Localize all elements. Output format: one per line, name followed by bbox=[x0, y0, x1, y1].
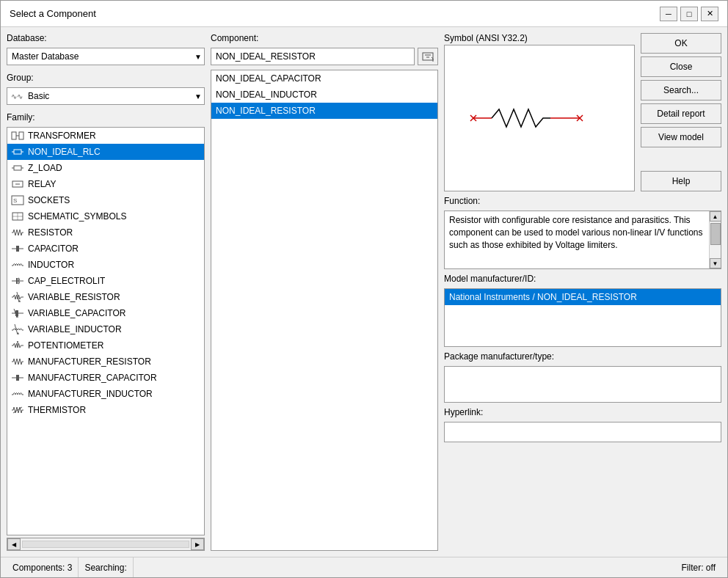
function-scrollbar: ▲ ▼ bbox=[709, 211, 721, 268]
family-item-mfr-capacitor[interactable]: MANUFACTURER_CAPACITOR bbox=[7, 370, 204, 386]
function-textbox: Resistor with configurable core resistan… bbox=[444, 211, 721, 269]
hscroll-left-btn[interactable]: ◀ bbox=[7, 538, 21, 550]
package-box bbox=[444, 366, 721, 403]
function-scroll-up[interactable]: ▲ bbox=[710, 211, 721, 222]
svg-rect-56 bbox=[423, 53, 433, 60]
resistor-schematic-symbol bbox=[466, 96, 613, 140]
main-content: Database: Master Database ▼ Group: Basic… bbox=[1, 27, 727, 557]
component-filter-button[interactable] bbox=[418, 48, 438, 65]
family-list[interactable]: TRANSFORMER NON_IDEAL_RLC Z_LOAD bbox=[7, 128, 204, 535]
status-bar: Components: 3 Searching: Filter: off bbox=[1, 557, 727, 577]
family-item-variable-capacitor[interactable]: VARIABLE_CAPACITOR bbox=[7, 305, 204, 321]
title-bar: Select a Component ─ □ ✕ bbox=[1, 1, 727, 27]
thermistor-icon bbox=[10, 404, 25, 416]
component-item-non-ideal-inductor[interactable]: NON_IDEAL_INDUCTOR bbox=[211, 87, 437, 103]
view-model-button[interactable]: View model bbox=[641, 127, 721, 147]
components-count: Components: 3 bbox=[7, 557, 79, 577]
schematic-icon bbox=[10, 211, 25, 222]
svg-marker-44 bbox=[17, 341, 18, 343]
family-capacitor-label: CAPACITOR bbox=[28, 244, 79, 254]
potentiometer-icon bbox=[10, 340, 25, 351]
right-panel: Symbol (ANSI Y32.2) bbox=[444, 33, 721, 551]
resistor-icon bbox=[10, 227, 25, 238]
hyperlink-section: Hyperlink: bbox=[444, 407, 721, 442]
relay-icon bbox=[10, 178, 25, 190]
svg-rect-7 bbox=[14, 166, 21, 170]
middle-panel: Component: NON_IDEAL_CAPACITOR bbox=[211, 33, 438, 551]
svg-rect-1 bbox=[19, 132, 23, 139]
family-label: Family: bbox=[7, 112, 205, 122]
symbol-section: Symbol (ANSI Y32.2) bbox=[444, 33, 721, 191]
maximize-button[interactable]: □ bbox=[680, 7, 698, 21]
function-scroll-down[interactable]: ▼ bbox=[710, 258, 721, 268]
family-hscrollbar[interactable]: ◀ ▶ bbox=[7, 538, 205, 551]
searching-status: Searching: bbox=[79, 557, 133, 577]
family-list-container: TRANSFORMER NON_IDEAL_RLC Z_LOAD bbox=[7, 127, 205, 535]
package-section: Package manufacturer/type: bbox=[444, 351, 721, 403]
main-window: Select a Component ─ □ ✕ Database: Maste… bbox=[0, 0, 728, 578]
model-section: Model manufacturer/ID: National Instrume… bbox=[444, 274, 721, 347]
family-relay-label: RELAY bbox=[28, 179, 56, 189]
model-selected-item[interactable]: National Instruments / NON_IDEAL_RESISTO… bbox=[445, 289, 721, 305]
minimize-button[interactable]: ─ bbox=[660, 7, 677, 21]
database-dropdown[interactable]: Master Database bbox=[7, 48, 205, 65]
group-dropdown[interactable]: Basic bbox=[7, 87, 205, 105]
family-item-transformer[interactable]: TRANSFORMER bbox=[7, 128, 204, 144]
search-button[interactable]: Search... bbox=[641, 80, 721, 100]
component-non-ideal-resistor-label: NON_IDEAL_RESISTOR bbox=[216, 106, 316, 116]
ok-button[interactable]: OK bbox=[641, 33, 721, 54]
component-search-input[interactable] bbox=[211, 48, 415, 65]
component-header bbox=[211, 48, 438, 65]
family-item-relay[interactable]: RELAY bbox=[7, 176, 204, 192]
left-panel: Database: Master Database ▼ Group: Basic… bbox=[7, 33, 205, 551]
family-variable-inductor-label: VARIABLE_INDUCTOR bbox=[28, 324, 122, 334]
family-z-load-label: Z_LOAD bbox=[28, 163, 62, 173]
family-inductor-label: INDUCTOR bbox=[28, 260, 74, 270]
group-label: Group: bbox=[7, 73, 205, 83]
symbol-canvas bbox=[444, 45, 635, 191]
model-label: Model manufacturer/ID: bbox=[444, 274, 721, 284]
detail-report-button[interactable]: Detail report bbox=[641, 103, 721, 124]
component-item-non-ideal-resistor[interactable]: NON_IDEAL_RESISTOR bbox=[211, 103, 437, 119]
component-list[interactable]: NON_IDEAL_CAPACITOR NON_IDEAL_INDUCTOR N… bbox=[211, 70, 438, 551]
family-item-resistor[interactable]: RESISTOR bbox=[7, 224, 204, 241]
family-item-cap-electrolit[interactable]: CAP_ELECTROLIT bbox=[7, 273, 204, 289]
family-transformer-label: TRANSFORMER bbox=[28, 131, 96, 141]
family-mfr-inductor-label: MANUFACTURER_INDUCTOR bbox=[28, 389, 153, 399]
family-item-inductor[interactable]: INDUCTOR bbox=[7, 257, 204, 273]
family-item-non-ideal-rlc[interactable]: NON_IDEAL_RLC bbox=[7, 144, 204, 160]
mfr-capacitor-icon bbox=[10, 372, 25, 384]
component-label: Component: bbox=[211, 33, 438, 43]
family-schematic-label: SCHEMATIC_SYMBOLS bbox=[28, 211, 126, 222]
variable-resistor-icon bbox=[10, 291, 25, 303]
component-item-non-ideal-capacitor[interactable]: NON_IDEAL_CAPACITOR bbox=[211, 70, 437, 87]
function-text: Resistor with configurable core resistan… bbox=[445, 211, 709, 268]
function-scroll-thumb[interactable] bbox=[710, 223, 721, 245]
family-item-capacitor[interactable]: CAPACITOR bbox=[7, 241, 204, 257]
svg-rect-0 bbox=[12, 132, 16, 139]
variable-inductor-icon bbox=[10, 323, 25, 335]
family-item-sockets[interactable]: S SOCKETS bbox=[7, 192, 204, 208]
family-item-z-load[interactable]: Z_LOAD bbox=[7, 160, 204, 176]
help-button[interactable]: Help bbox=[641, 171, 721, 191]
family-resistor-label: RESISTOR bbox=[28, 227, 73, 238]
family-item-thermistor[interactable]: THERMISTOR bbox=[7, 402, 204, 418]
family-item-mfr-inductor[interactable]: MANUFACTURER_INDUCTOR bbox=[7, 386, 204, 402]
family-variable-resistor-label: VARIABLE_RESISTOR bbox=[28, 292, 120, 302]
buttons-panel: OK Close Search... Detail report View mo… bbox=[641, 33, 721, 191]
family-item-variable-inductor[interactable]: VARIABLE_INDUCTOR bbox=[7, 321, 204, 337]
variable-capacitor-icon bbox=[10, 307, 25, 319]
button-spacer bbox=[641, 150, 721, 162]
title-bar-controls: ─ □ ✕ bbox=[660, 7, 718, 21]
mfr-resistor-icon bbox=[10, 356, 25, 367]
component-non-ideal-inductor-label: NON_IDEAL_INDUCTOR bbox=[216, 89, 317, 100]
family-item-mfr-resistor[interactable]: MANUFACTURER_RESISTOR bbox=[7, 354, 204, 370]
family-mfr-resistor-label: MANUFACTURER_RESISTOR bbox=[28, 356, 151, 367]
hscroll-right-btn[interactable]: ▶ bbox=[191, 538, 204, 550]
component-non-ideal-capacitor-label: NON_IDEAL_CAPACITOR bbox=[216, 73, 321, 84]
family-item-schematic[interactable]: SCHEMATIC_SYMBOLS bbox=[7, 208, 204, 224]
family-item-variable-resistor[interactable]: VARIABLE_RESISTOR bbox=[7, 289, 204, 305]
close-button[interactable]: Close bbox=[641, 56, 721, 77]
close-button[interactable]: ✕ bbox=[701, 7, 718, 21]
family-item-potentiometer[interactable]: POTENTIOMETER bbox=[7, 337, 204, 354]
